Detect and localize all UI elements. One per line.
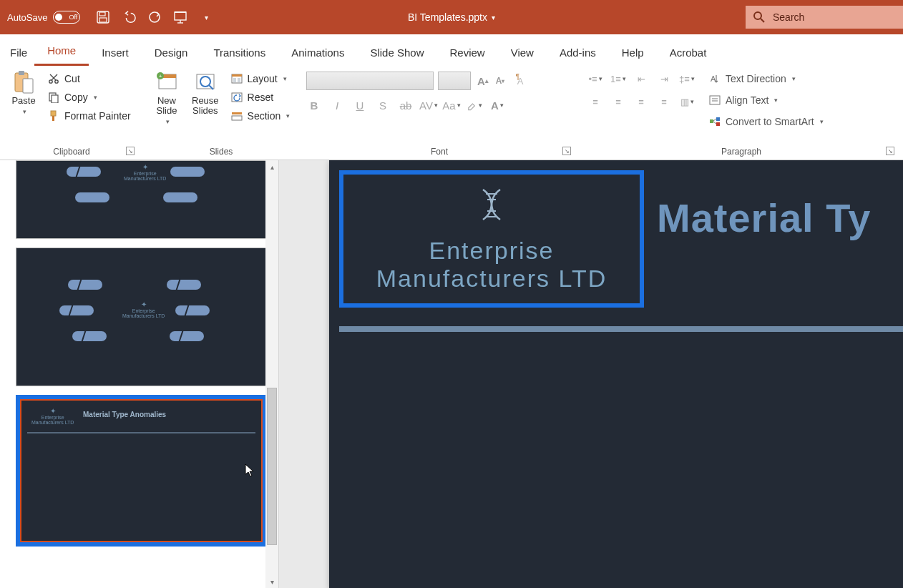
align-right-button[interactable]: ≡ xyxy=(633,94,650,109)
cut-button[interactable]: Cut xyxy=(44,70,134,87)
paste-button[interactable]: Paste▾ xyxy=(7,69,40,118)
char-spacing-button[interactable]: AV▾ xyxy=(421,97,436,113)
scroll-handle[interactable] xyxy=(267,388,277,545)
tab-design[interactable]: Design xyxy=(142,39,201,66)
dna-icon xyxy=(469,185,514,231)
columns-button[interactable]: ▥▾ xyxy=(678,94,695,109)
scroll-down-icon[interactable]: ▾ xyxy=(265,575,278,588)
group-label-clipboard: Clipboard ↘ xyxy=(7,144,136,158)
undo-icon[interactable] xyxy=(122,10,136,24)
shadow-button[interactable]: S xyxy=(375,97,391,113)
tab-view[interactable]: View xyxy=(498,39,547,66)
autosave-toggle[interactable]: AutoSave Off xyxy=(0,11,87,24)
italic-button[interactable]: I xyxy=(329,97,345,113)
format-painter-button[interactable]: Format Painter xyxy=(44,107,134,124)
dialog-launcher-icon[interactable]: ↘ xyxy=(562,147,571,155)
company-line1: Enterprise xyxy=(429,237,555,265)
change-case-button[interactable]: Aa▾ xyxy=(444,97,459,113)
logo-object-selected[interactable]: Enterprise Manufacturers LTD xyxy=(339,170,644,308)
chevron-down-icon: ▾ xyxy=(166,118,170,125)
align-text-button[interactable]: Align Text▾ xyxy=(706,92,826,109)
grow-font-button[interactable]: A▴ xyxy=(475,73,491,89)
tab-transitions[interactable]: Transitions xyxy=(200,39,278,66)
qat-more-icon[interactable]: ▾ xyxy=(199,10,213,24)
tab-slideshow[interactable]: Slide Show xyxy=(357,39,436,66)
text-direction-button[interactable]: A Text Direction▾ xyxy=(706,70,826,87)
tab-review[interactable]: Review xyxy=(436,39,497,66)
reset-button[interactable]: Reset xyxy=(228,89,293,106)
svg-rect-4 xyxy=(175,12,186,20)
reuse-slides-button[interactable]: Reuse Slides xyxy=(187,69,223,118)
autosave-switch[interactable]: Off xyxy=(53,11,80,24)
scroll-track[interactable] xyxy=(265,173,278,575)
svg-rect-18 xyxy=(52,95,58,103)
line-spacing-button[interactable]: ‡≡▾ xyxy=(678,72,695,86)
cursor-icon xyxy=(245,464,255,478)
section-button[interactable]: Section▾ xyxy=(228,107,293,124)
decrease-indent-button[interactable]: ⇤ xyxy=(633,72,650,86)
tab-insert[interactable]: Insert xyxy=(89,39,142,66)
scroll-up-icon[interactable]: ▴ xyxy=(265,160,278,173)
autosave-label: AutoSave xyxy=(7,12,47,23)
present-icon[interactable] xyxy=(173,10,187,24)
highlight-button[interactable]: ▾ xyxy=(467,97,482,113)
group-label-font: Font ↘ xyxy=(306,144,572,158)
redo-icon[interactable] xyxy=(147,10,162,24)
slide-thumbnail[interactable]: ✦Enterprise Manufacturers LTD xyxy=(16,248,267,386)
align-left-button[interactable]: ≡ xyxy=(587,94,604,109)
scissors-icon xyxy=(47,72,60,85)
align-center-button[interactable]: ≡ xyxy=(610,94,627,109)
slide-thumbnail[interactable]: ✦Enterprise Manufacturers LTD xyxy=(16,160,267,239)
paste-icon xyxy=(11,70,36,94)
convert-smartart-button[interactable]: Convert to SmartArt▾ xyxy=(706,113,826,130)
chevron-down-icon: ▾ xyxy=(23,108,26,115)
svg-rect-33 xyxy=(232,112,242,114)
justify-button[interactable]: ≡ xyxy=(655,94,673,109)
numbering-button[interactable]: 1≡▾ xyxy=(610,72,627,86)
layout-icon xyxy=(230,72,243,85)
copy-button[interactable]: Copy ▾ xyxy=(44,89,134,106)
strikethrough-button[interactable]: ab xyxy=(398,97,414,113)
tab-home[interactable]: Home xyxy=(34,37,89,66)
slide-title[interactable]: Material Ty xyxy=(657,195,871,241)
tab-addins[interactable]: Add-ins xyxy=(547,39,609,66)
search-box[interactable]: Search xyxy=(746,6,903,29)
bullets-button[interactable]: •≡▾ xyxy=(587,72,604,86)
font-size-combo[interactable] xyxy=(438,72,471,90)
tab-animations[interactable]: Animations xyxy=(278,39,357,66)
svg-point-13 xyxy=(49,80,52,83)
layout-button[interactable]: Layout▾ xyxy=(228,70,293,87)
svg-line-43 xyxy=(713,122,716,124)
dialog-launcher-icon[interactable]: ↘ xyxy=(126,147,135,155)
tab-help[interactable]: Help xyxy=(609,39,657,66)
tab-file[interactable]: File xyxy=(6,39,34,66)
new-slide-button[interactable]: + New Slide ▾ xyxy=(150,69,183,127)
titlebar: AutoSave Off ▾ BI Templates.pptx▾ Search xyxy=(0,0,903,34)
thumbnail-scrollbar[interactable]: ▴ ▾ xyxy=(265,160,278,588)
font-color-button[interactable]: A▾ xyxy=(489,97,505,113)
svg-rect-32 xyxy=(232,93,242,102)
reset-icon xyxy=(230,91,243,104)
increase-indent-button[interactable]: ⇥ xyxy=(655,72,673,86)
slide-thumbnail-selected[interactable]: ✦Enterprise Manufacturers LTD Material T… xyxy=(16,395,267,547)
underline-button[interactable]: U xyxy=(352,97,368,113)
svg-rect-2 xyxy=(99,18,107,22)
document-title[interactable]: BI Templates.pptx▾ xyxy=(408,11,495,23)
search-icon xyxy=(753,11,766,24)
clear-formatting-button[interactable]: A¶ xyxy=(512,73,528,89)
svg-text:+: + xyxy=(159,73,162,79)
svg-point-14 xyxy=(55,80,58,83)
dialog-launcher-icon[interactable]: ↘ xyxy=(886,147,894,155)
slide-canvas[interactable]: Enterprise Manufacturers LTD Material Ty xyxy=(329,160,903,588)
chevron-down-icon: ▾ xyxy=(492,14,495,21)
svg-rect-12 xyxy=(23,79,33,93)
align-text-icon xyxy=(708,94,721,107)
bold-button[interactable]: B xyxy=(306,97,322,113)
shrink-font-button[interactable]: A▾ xyxy=(492,73,508,89)
save-icon[interactable] xyxy=(96,10,110,24)
svg-rect-19 xyxy=(51,111,56,116)
chevron-down-icon: ▾ xyxy=(94,94,97,101)
copy-icon xyxy=(47,91,60,104)
tab-acrobat[interactable]: Acrobat xyxy=(657,39,720,66)
font-name-combo[interactable] xyxy=(306,72,434,90)
